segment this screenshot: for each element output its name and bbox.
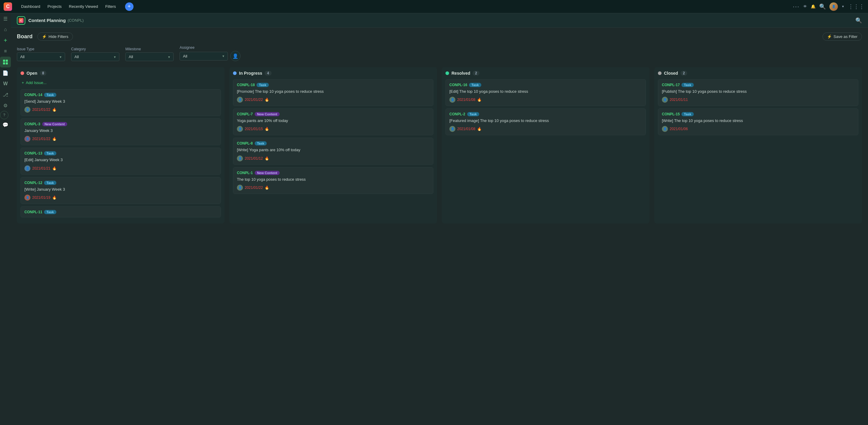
card-date: 2021/01/08 — [457, 127, 475, 131]
card-id: CONPL-15 — [662, 112, 680, 116]
card-title: [Send] January Week 3 — [24, 99, 217, 104]
project-name: Content Planning — [28, 18, 66, 23]
sidebar-help-icon[interactable]: ? — [0, 111, 8, 119]
add-issue-open[interactable]: + Add Issue... — [21, 79, 221, 86]
card-title: [Edit] The top 10 yoga poses to reduce s… — [450, 89, 642, 94]
avatar-chevron[interactable]: ▼ — [841, 5, 844, 8]
svg-rect-2 — [3, 62, 5, 64]
svg-rect-1 — [6, 60, 8, 62]
avatar: 👤 — [237, 185, 243, 191]
avatar: 👤 — [450, 97, 456, 103]
inprogress-count: 4 — [265, 71, 272, 75]
card-badge: Task — [255, 141, 267, 145]
fire-icon: 🔥 — [265, 98, 269, 102]
card-id: CONPL-7 — [237, 112, 253, 116]
avatar: 👤 — [662, 126, 668, 132]
milestone-select[interactable]: All — [125, 53, 174, 61]
card-title: [Write] January Week 3 — [24, 187, 217, 192]
table-row[interactable]: CONPL-18Task [Promote] The top 10 yoga p… — [233, 79, 433, 106]
open-dot — [21, 71, 24, 75]
svg-rect-0 — [3, 60, 5, 62]
add-button[interactable]: + — [125, 2, 133, 11]
project-search-icon[interactable]: 🔍 — [855, 17, 862, 24]
app-logo[interactable]: C — [4, 2, 12, 11]
sidebar-doc-icon[interactable]: 📄 — [0, 67, 11, 78]
closed-label: Closed — [664, 71, 678, 75]
sidebar: ☰ ⌂ + ≡ 📄 W ⎇ ⚙ ? 💬 — [0, 13, 11, 425]
category-select[interactable]: All — [71, 53, 119, 61]
card-id: CONPL-2 — [450, 112, 465, 116]
sidebar-list-icon[interactable]: ≡ — [0, 46, 11, 57]
issue-type-select[interactable]: All — [17, 53, 65, 61]
search-icon[interactable]: 🔍 — [819, 3, 826, 10]
nav-recently-viewed[interactable]: Recently Viewed — [66, 3, 101, 10]
assignee-select[interactable]: All — [180, 52, 228, 61]
avatar: 👤 — [237, 126, 243, 132]
eye-icon[interactable]: 👁 — [803, 4, 807, 9]
table-row[interactable]: CONPL-2Task [Featured image] The top 10 … — [445, 108, 646, 135]
sidebar-word-icon[interactable]: W — [0, 78, 11, 89]
card-date: 2021/01/21 — [32, 166, 50, 170]
milestone-label: Milestone — [125, 47, 174, 51]
avatar: 👤 — [24, 107, 30, 113]
apps-icon[interactable]: ⋮⋮⋮ — [848, 3, 864, 10]
table-row[interactable]: CONPL-3New Content January Week 3 👤2021/… — [21, 118, 221, 145]
sidebar-menu-icon[interactable]: ☰ — [0, 13, 11, 24]
sidebar-board-icon[interactable] — [0, 57, 11, 67]
card-badge: Task — [44, 151, 56, 156]
card-id: CONPL-16 — [450, 83, 467, 87]
card-title: January Week 3 — [24, 128, 217, 133]
card-title: [Featured image] The top 10 yoga poses t… — [450, 118, 642, 124]
table-row[interactable]: CONPL-17Task [Publish] The top 10 yoga p… — [658, 79, 858, 106]
card-title: [Promote] The top 10 yoga poses to reduc… — [237, 89, 430, 94]
card-date: 2021/01/22 — [245, 186, 263, 190]
save-filter-button[interactable]: ⚡ Save as Filter — [823, 33, 862, 41]
column-closed: Closed 2 CONPL-17Task [Publish] The top … — [654, 67, 862, 224]
card-date: 2021/01/06 — [670, 127, 688, 131]
sidebar-chat-icon[interactable]: 💬 — [0, 119, 11, 130]
fire-icon: 🔥 — [265, 156, 269, 161]
hide-filters-button[interactable]: ⚡ Hide Filters — [37, 33, 73, 41]
closed-dot — [658, 71, 661, 75]
card-badge: Task — [44, 210, 56, 214]
table-row[interactable]: CONPL-15Task [Write] The top 10 yoga pos… — [658, 108, 858, 135]
card-date: 2021/01/11 — [670, 98, 688, 102]
sidebar-settings-icon[interactable]: ⚙ — [0, 100, 11, 111]
inprogress-dot — [233, 71, 237, 75]
table-row[interactable]: CONPL-14Task [Send] January Week 3 👤2021… — [21, 89, 221, 116]
table-row[interactable]: CONPL-7New Content Yoga pants are 10% of… — [233, 108, 433, 135]
project-header: C Content Planning (CONPL) 🔍 — [11, 13, 868, 28]
nav-filters[interactable]: Filters — [102, 3, 119, 10]
card-badge: Task — [469, 83, 481, 87]
resolved-label: Resolved — [452, 71, 470, 75]
table-row[interactable]: CONPL-13Task [Edit] January Week 3 👤2021… — [21, 148, 221, 174]
table-row[interactable]: CONPL-11Task — [21, 206, 221, 218]
card-title: [Edit] January Week 3 — [24, 157, 217, 163]
table-row[interactable]: CONPL-1New Content The top 10 yoga poses… — [233, 167, 433, 194]
kanban-board: Open 8 + Add Issue... CONPL-14Task [Send… — [17, 67, 862, 224]
table-row[interactable]: CONPL-12Task [Write] January Week 3 👤202… — [21, 177, 221, 204]
bell-icon[interactable]: 🔔 — [811, 4, 815, 9]
more-icon[interactable]: ··· — [793, 3, 800, 10]
sidebar-create-icon[interactable]: + — [0, 35, 11, 46]
top-nav: C Dashboard Projects Recently Viewed Fil… — [0, 0, 868, 13]
user-avatar[interactable]: 👤 — [830, 2, 838, 11]
inprogress-label: In Progress — [239, 71, 262, 75]
nav-dashboard[interactable]: Dashboard — [18, 3, 43, 10]
column-inprogress: In Progress 4 CONPL-18Task [Promote] The… — [229, 67, 437, 224]
sidebar-git-icon[interactable]: ⎇ — [0, 89, 11, 100]
fire-icon: 🔥 — [265, 186, 269, 190]
card-badge: Task — [256, 83, 269, 87]
project-key: (CONPL) — [67, 18, 84, 23]
assignee-label: Assignee — [180, 45, 241, 50]
card-title: The top 10 yoga poses to reduce stress — [237, 177, 430, 182]
table-row[interactable]: CONPL-8Task [Write] Yoga pants are 10% o… — [233, 138, 433, 164]
card-title: [Write] The top 10 yoga poses to reduce … — [662, 118, 855, 124]
assignee-avatar-button[interactable]: 👤 — [230, 51, 241, 61]
fire-icon: 🔥 — [52, 137, 57, 141]
sidebar-home-icon[interactable]: ⌂ — [0, 24, 11, 35]
table-row[interactable]: CONPL-16Task [Edit] The top 10 yoga pose… — [445, 79, 646, 106]
card-badge: Task — [44, 181, 56, 185]
avatar: 👤 — [662, 97, 668, 103]
nav-projects[interactable]: Projects — [44, 3, 65, 10]
